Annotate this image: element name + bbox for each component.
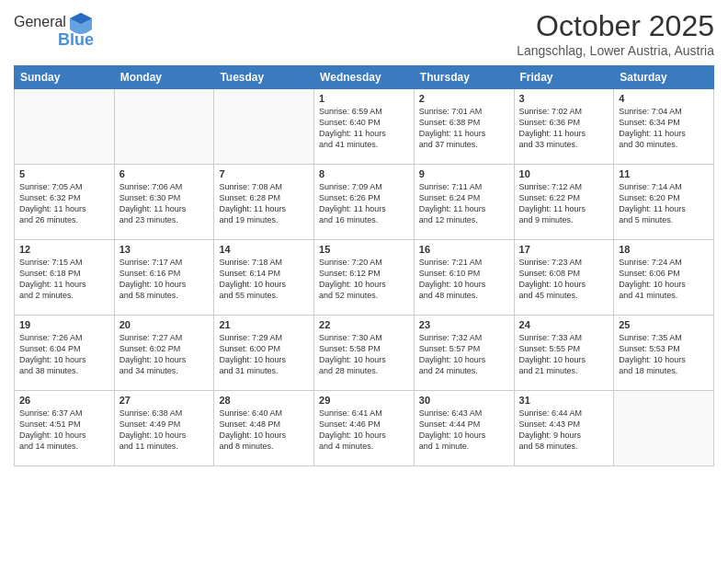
calendar-cell: 6Sunrise: 7:06 AM Sunset: 6:30 PM Daylig… bbox=[114, 165, 214, 240]
header-sunday: Sunday bbox=[15, 66, 115, 89]
logo-blue-text: Blue bbox=[14, 31, 94, 50]
day-info: Sunrise: 6:43 AM Sunset: 4:44 PM Dayligh… bbox=[419, 408, 509, 453]
calendar-cell: 9Sunrise: 7:11 AM Sunset: 6:24 PM Daylig… bbox=[414, 165, 514, 240]
day-info: Sunrise: 7:21 AM Sunset: 6:10 PM Dayligh… bbox=[419, 257, 509, 302]
day-number: 3 bbox=[519, 93, 609, 104]
day-number: 31 bbox=[519, 395, 609, 406]
calendar-table: Sunday Monday Tuesday Wednesday Thursday… bbox=[14, 65, 714, 466]
calendar-cell: 18Sunrise: 7:24 AM Sunset: 6:06 PM Dayli… bbox=[614, 240, 714, 316]
day-number: 5 bbox=[19, 168, 109, 179]
logo-general-text: General bbox=[14, 14, 66, 30]
calendar-cell: 8Sunrise: 7:09 AM Sunset: 6:26 PM Daylig… bbox=[314, 165, 415, 240]
day-info: Sunrise: 6:59 AM Sunset: 6:40 PM Dayligh… bbox=[319, 106, 409, 151]
day-info: Sunrise: 7:32 AM Sunset: 5:57 PM Dayligh… bbox=[419, 332, 509, 377]
calendar-cell: 29Sunrise: 6:41 AM Sunset: 4:46 PM Dayli… bbox=[314, 391, 415, 466]
day-number: 11 bbox=[619, 168, 709, 179]
day-number: 27 bbox=[119, 395, 210, 406]
day-number: 16 bbox=[419, 244, 509, 255]
day-info: Sunrise: 7:01 AM Sunset: 6:38 PM Dayligh… bbox=[419, 106, 509, 151]
header-tuesday: Tuesday bbox=[214, 66, 314, 89]
location-subtitle: Langschlag, Lower Austria, Austria bbox=[517, 43, 714, 58]
day-info: Sunrise: 7:26 AM Sunset: 6:04 PM Dayligh… bbox=[19, 332, 109, 377]
calendar-week-1: 5Sunrise: 7:05 AM Sunset: 6:32 PM Daylig… bbox=[15, 165, 714, 240]
calendar-week-0: 1Sunrise: 6:59 AM Sunset: 6:40 PM Daylig… bbox=[15, 89, 714, 165]
day-number: 29 bbox=[319, 395, 409, 406]
month-title: October 2025 bbox=[517, 9, 714, 43]
calendar-cell: 26Sunrise: 6:37 AM Sunset: 4:51 PM Dayli… bbox=[15, 391, 115, 466]
calendar-cell: 2Sunrise: 7:01 AM Sunset: 6:38 PM Daylig… bbox=[414, 89, 514, 165]
calendar-cell: 5Sunrise: 7:05 AM Sunset: 6:32 PM Daylig… bbox=[15, 165, 115, 240]
day-info: Sunrise: 7:18 AM Sunset: 6:14 PM Dayligh… bbox=[219, 257, 309, 302]
calendar-cell: 20Sunrise: 7:27 AM Sunset: 6:02 PM Dayli… bbox=[114, 316, 214, 391]
day-info: Sunrise: 6:38 AM Sunset: 4:49 PM Dayligh… bbox=[119, 408, 210, 453]
calendar-cell bbox=[214, 89, 314, 165]
calendar-cell: 19Sunrise: 7:26 AM Sunset: 6:04 PM Dayli… bbox=[15, 316, 115, 391]
header-thursday: Thursday bbox=[414, 66, 514, 89]
header-saturday: Saturday bbox=[614, 66, 714, 89]
calendar-cell: 4Sunrise: 7:04 AM Sunset: 6:34 PM Daylig… bbox=[614, 89, 714, 165]
day-info: Sunrise: 7:08 AM Sunset: 6:28 PM Dayligh… bbox=[219, 181, 309, 226]
calendar-cell: 1Sunrise: 6:59 AM Sunset: 6:40 PM Daylig… bbox=[314, 89, 415, 165]
day-info: Sunrise: 7:35 AM Sunset: 5:53 PM Dayligh… bbox=[619, 332, 709, 377]
day-info: Sunrise: 7:30 AM Sunset: 5:58 PM Dayligh… bbox=[319, 332, 409, 377]
calendar-cell: 15Sunrise: 7:20 AM Sunset: 6:12 PM Dayli… bbox=[314, 240, 415, 316]
day-info: Sunrise: 7:02 AM Sunset: 6:36 PM Dayligh… bbox=[519, 106, 609, 151]
day-number: 17 bbox=[519, 244, 609, 255]
weekday-header-row: Sunday Monday Tuesday Wednesday Thursday… bbox=[15, 66, 714, 89]
day-info: Sunrise: 7:29 AM Sunset: 6:00 PM Dayligh… bbox=[219, 332, 309, 377]
header-friday: Friday bbox=[514, 66, 614, 89]
day-number: 8 bbox=[319, 168, 409, 179]
calendar-cell: 7Sunrise: 7:08 AM Sunset: 6:28 PM Daylig… bbox=[214, 165, 314, 240]
day-number: 9 bbox=[419, 168, 509, 179]
day-info: Sunrise: 7:11 AM Sunset: 6:24 PM Dayligh… bbox=[419, 181, 509, 226]
day-number: 7 bbox=[219, 168, 309, 179]
calendar-week-2: 12Sunrise: 7:15 AM Sunset: 6:18 PM Dayli… bbox=[15, 240, 714, 316]
day-number: 10 bbox=[519, 168, 609, 179]
calendar-cell: 17Sunrise: 7:23 AM Sunset: 6:08 PM Dayli… bbox=[514, 240, 614, 316]
day-info: Sunrise: 7:33 AM Sunset: 5:55 PM Dayligh… bbox=[519, 332, 609, 377]
day-info: Sunrise: 7:17 AM Sunset: 6:16 PM Dayligh… bbox=[119, 257, 210, 302]
calendar-cell: 24Sunrise: 7:33 AM Sunset: 5:55 PM Dayli… bbox=[514, 316, 614, 391]
day-info: Sunrise: 7:15 AM Sunset: 6:18 PM Dayligh… bbox=[19, 257, 109, 302]
calendar-cell: 11Sunrise: 7:14 AM Sunset: 6:20 PM Dayli… bbox=[614, 165, 714, 240]
day-info: Sunrise: 7:20 AM Sunset: 6:12 PM Dayligh… bbox=[319, 257, 409, 302]
day-number: 18 bbox=[619, 244, 709, 255]
day-number: 1 bbox=[319, 93, 409, 104]
calendar-cell: 27Sunrise: 6:38 AM Sunset: 4:49 PM Dayli… bbox=[114, 391, 214, 466]
day-number: 21 bbox=[219, 319, 309, 330]
day-number: 6 bbox=[119, 168, 210, 179]
day-info: Sunrise: 7:05 AM Sunset: 6:32 PM Dayligh… bbox=[19, 181, 109, 226]
day-number: 4 bbox=[619, 93, 709, 104]
day-number: 14 bbox=[219, 244, 309, 255]
title-block: October 2025 Langschlag, Lower Austria, … bbox=[517, 9, 714, 58]
calendar-week-4: 26Sunrise: 6:37 AM Sunset: 4:51 PM Dayli… bbox=[15, 391, 714, 466]
day-number: 19 bbox=[19, 319, 109, 330]
calendar-cell bbox=[614, 391, 714, 466]
calendar-cell: 23Sunrise: 7:32 AM Sunset: 5:57 PM Dayli… bbox=[414, 316, 514, 391]
day-number: 28 bbox=[219, 395, 309, 406]
calendar-cell: 28Sunrise: 6:40 AM Sunset: 4:48 PM Dayli… bbox=[214, 391, 314, 466]
day-info: Sunrise: 7:06 AM Sunset: 6:30 PM Dayligh… bbox=[119, 181, 210, 226]
day-info: Sunrise: 6:41 AM Sunset: 4:46 PM Dayligh… bbox=[319, 408, 409, 453]
day-info: Sunrise: 7:09 AM Sunset: 6:26 PM Dayligh… bbox=[319, 181, 409, 226]
day-info: Sunrise: 7:12 AM Sunset: 6:22 PM Dayligh… bbox=[519, 181, 609, 226]
calendar-cell: 16Sunrise: 7:21 AM Sunset: 6:10 PM Dayli… bbox=[414, 240, 514, 316]
logo: General Blue bbox=[14, 9, 94, 50]
calendar-cell bbox=[114, 89, 214, 165]
header-monday: Monday bbox=[114, 66, 214, 89]
calendar-cell: 10Sunrise: 7:12 AM Sunset: 6:22 PM Dayli… bbox=[514, 165, 614, 240]
day-info: Sunrise: 6:44 AM Sunset: 4:43 PM Dayligh… bbox=[519, 408, 609, 453]
page-header: General Blue October 2025 Langschlag, Lo… bbox=[14, 9, 714, 58]
day-number: 25 bbox=[619, 319, 709, 330]
day-info: Sunrise: 6:37 AM Sunset: 4:51 PM Dayligh… bbox=[19, 408, 109, 453]
header-wednesday: Wednesday bbox=[314, 66, 415, 89]
day-number: 22 bbox=[319, 319, 409, 330]
calendar-week-3: 19Sunrise: 7:26 AM Sunset: 6:04 PM Dayli… bbox=[15, 316, 714, 391]
calendar-cell: 22Sunrise: 7:30 AM Sunset: 5:58 PM Dayli… bbox=[314, 316, 415, 391]
day-number: 2 bbox=[419, 93, 509, 104]
calendar-cell: 13Sunrise: 7:17 AM Sunset: 6:16 PM Dayli… bbox=[114, 240, 214, 316]
day-number: 24 bbox=[519, 319, 609, 330]
day-number: 26 bbox=[19, 395, 109, 406]
day-info: Sunrise: 7:23 AM Sunset: 6:08 PM Dayligh… bbox=[519, 257, 609, 302]
calendar-cell: 25Sunrise: 7:35 AM Sunset: 5:53 PM Dayli… bbox=[614, 316, 714, 391]
